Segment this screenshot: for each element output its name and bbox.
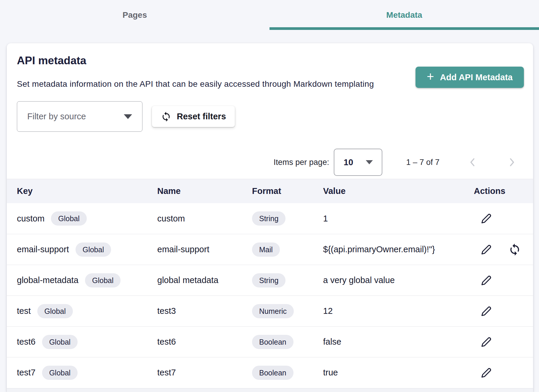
actions-cell [457,274,533,287]
table-row: test Global test3 Numeric 12 [7,295,533,326]
edit-button[interactable] [480,366,493,379]
key-cell: test Global [7,304,147,318]
tab-metadata-label: Metadata [386,10,422,20]
table-row: global-metadata Global global metadata S… [7,265,533,295]
metadata-name: test6 [147,337,242,347]
edit-button[interactable] [480,274,493,287]
metadata-name: test7 [147,368,242,377]
format-badge: Boolean [252,335,293,349]
chevron-down-icon [366,160,373,164]
pencil-icon [480,274,493,287]
pencil-icon [480,212,493,225]
metadata-key: test7 [17,368,36,377]
metadata-key: test [17,306,31,316]
tab-active-underline [270,27,539,30]
metadata-value: true [313,368,457,377]
metadata-key: test6 [17,337,36,347]
filter-by-source-select[interactable]: Filter by source [17,101,142,132]
format-badge: Numeric [252,304,294,318]
key-scope-badge: Global [42,366,78,380]
tab-metadata[interactable]: Metadata [270,0,539,30]
edit-button[interactable] [480,335,493,348]
format-badge: String [252,211,285,226]
reset-filters-label: Reset filters [177,112,226,121]
pencil-icon [480,366,493,379]
tab-bar: Pages Metadata [0,0,539,30]
table-body: custom Global custom String 1 email-supp… [7,203,533,388]
add-api-metadata-button[interactable]: + Add API Metadata [416,67,524,88]
key-cell: test7 Global [7,366,147,380]
actions-cell [457,212,533,225]
format-badge: Boolean [252,366,293,380]
pencil-icon [480,243,493,256]
format-badge: String [252,273,285,287]
table-row: custom Global custom String 1 [7,203,533,234]
key-cell: test6 Global [7,335,147,349]
metadata-key: global-metadata [17,275,78,285]
filter-by-source-placeholder: Filter by source [27,112,86,121]
chevron-left-icon [467,156,479,168]
edit-button[interactable] [480,243,493,256]
chevron-right-icon [506,156,518,168]
next-page-button[interactable] [506,156,518,168]
key-cell: global-metadata Global [7,273,147,287]
tab-pages[interactable]: Pages [0,0,270,30]
items-per-page-label: Items per page: [274,158,329,167]
key-cell: custom Global [7,211,147,226]
metadata-name: custom [147,214,242,224]
table-footer-band [7,388,533,392]
metadata-table: Key Name Format Value Actions custom Glo… [7,179,533,392]
items-per-page-value: 10 [344,158,353,167]
metadata-value: 1 [313,214,457,224]
actions-cell [457,335,533,348]
chevron-down-icon [124,114,132,119]
refresh-icon [508,243,521,256]
metadata-name: test3 [147,306,242,316]
actions-cell [457,305,533,318]
reset-filters-button[interactable]: Reset filters [152,106,235,127]
plus-icon: + [427,70,434,83]
metadata-value: a very global value [313,275,457,285]
table-header-row: Key Name Format Value Actions [7,179,533,203]
pencil-icon [480,305,493,318]
page-title: API metadata [17,54,86,67]
column-header-value: Value [313,186,457,196]
items-per-page-select[interactable]: 10 [334,149,382,176]
column-header-name: Name [147,186,242,196]
format-badge: Mail [252,242,280,257]
pagination-range-label: 1 – 7 of 7 [406,158,439,167]
metadata-name: global metadata [147,275,242,285]
tab-pages-label: Pages [123,10,147,20]
table-row: test7 Global test7 Boolean true [7,357,533,388]
edit-button[interactable] [480,305,493,318]
actions-cell [457,243,533,256]
panel-description: Set metadata information on the API that… [17,79,374,89]
metadata-name: email-support [147,245,242,254]
column-header-key: Key [7,186,147,196]
refresh-icon [161,111,171,122]
key-cell: email-support Global [7,242,147,257]
column-header-actions: Actions [457,186,533,196]
refresh-button[interactable] [508,243,521,256]
actions-cell [457,366,533,379]
key-scope-badge: Global [42,335,78,349]
key-scope-badge: Global [76,242,111,257]
metadata-value: ${(api.primaryOwner.email)!"} [313,245,457,254]
pencil-icon [480,335,493,348]
add-api-metadata-label: Add API Metadata [440,73,513,82]
metadata-value: false [313,337,457,347]
key-scope-badge: Global [37,304,73,318]
metadata-key: custom [17,214,44,224]
table-row: test6 Global test6 Boolean false [7,326,533,357]
key-scope-badge: Global [85,273,121,287]
edit-button[interactable] [480,212,493,225]
metadata-key: email-support [17,245,69,254]
previous-page-button[interactable] [467,156,479,168]
column-header-format: Format [242,186,313,196]
metadata-value: 12 [313,306,457,316]
api-metadata-panel: API metadata Set metadata information on… [7,43,533,392]
pagination-bar: Items per page: 10 1 – 7 of 7 [274,146,518,178]
key-scope-badge: Global [51,211,86,226]
table-row: email-support Global email-support Mail … [7,234,533,265]
